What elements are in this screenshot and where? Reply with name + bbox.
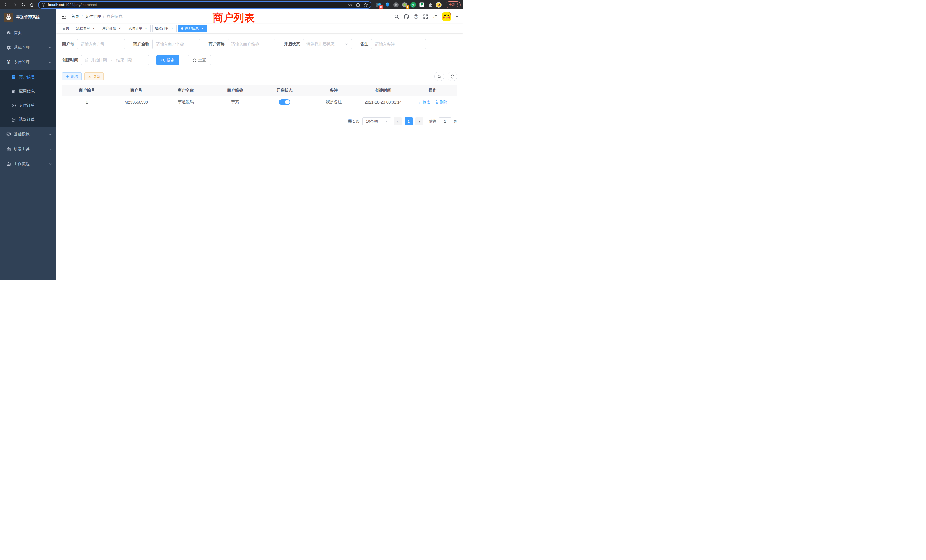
close-icon[interactable]: ×: [144, 27, 148, 30]
full-name-input[interactable]: [156, 42, 197, 47]
app-logo[interactable]: 芋道管理系统: [0, 9, 56, 26]
sidebar-item-label: 研发工具: [14, 147, 30, 152]
chevron-down-icon: [345, 42, 348, 46]
prev-page-button[interactable]: ‹: [394, 118, 402, 126]
delete-link[interactable]: 删除: [435, 100, 447, 104]
bookmark-star-icon[interactable]: [363, 3, 368, 7]
toggle-search-button[interactable]: [434, 71, 444, 81]
share-icon[interactable]: [356, 3, 360, 7]
sidebar-item-label: 首页: [14, 30, 22, 35]
column-header: 备注: [309, 85, 359, 95]
remark-input[interactable]: [375, 42, 422, 47]
start-date-input[interactable]: 开始日期: [91, 58, 107, 63]
extension-command-icon[interactable]: [393, 2, 399, 8]
help-icon[interactable]: ?: [413, 14, 419, 19]
edit-link[interactable]: 修改: [418, 100, 430, 104]
browser-home-icon[interactable]: [28, 1, 35, 9]
filter-label: 开启状态: [284, 42, 300, 47]
info-icon[interactable]: [42, 3, 45, 7]
sidebar-item-infrastructure[interactable]: 基础设施: [0, 127, 56, 142]
breadcrumb-home[interactable]: 首页: [71, 14, 79, 19]
browser-back-icon[interactable]: [2, 1, 10, 9]
breadcrumb-payment[interactable]: 支付管理: [85, 14, 101, 19]
page-size-select[interactable]: 10条/页: [362, 118, 391, 126]
extension-diamond-icon[interactable]: 10: [376, 2, 382, 8]
app-header: 首页 / 支付管理 / 商户信息 ?: [56, 9, 463, 24]
column-header: 商户全称: [161, 85, 210, 95]
page-content: 商户号 商户全称 商户简称 开启状态 请选择开启状态: [56, 33, 463, 280]
date-range-picker[interactable]: 开始日期 - 结束日期: [81, 55, 149, 65]
tag-pay-orders[interactable]: 支付订单×: [126, 25, 151, 32]
extension-balloon-icon[interactable]: [384, 2, 390, 8]
page-number-button[interactable]: 1: [404, 118, 413, 126]
browser-reload-icon[interactable]: [20, 1, 27, 9]
refresh-table-button[interactable]: [448, 71, 457, 81]
goto-page-input[interactable]: [439, 118, 451, 126]
fullscreen-icon[interactable]: [423, 14, 428, 19]
monitor-chart-icon: [6, 132, 11, 136]
key-icon[interactable]: [348, 3, 353, 7]
address-bar[interactable]: localhost:1024/pay/merchant: [38, 1, 371, 9]
payment-submenu: 商户信息 应用信息 ¥ 支付订单: [0, 70, 56, 127]
sidebar-item-refund-orders[interactable]: 退款订单: [0, 113, 56, 127]
active-tag-dot: [181, 27, 183, 30]
tag-refund-orders[interactable]: 退款订单×: [152, 25, 177, 32]
status-select[interactable]: 请选择开启状态: [303, 39, 352, 49]
trash-icon: [435, 100, 439, 104]
cell-remark: 我是备注: [309, 95, 359, 109]
header-search-icon[interactable]: [394, 14, 399, 19]
end-date-input[interactable]: 结束日期: [117, 58, 132, 63]
add-button[interactable]: 新增: [62, 73, 82, 80]
tag-process-form[interactable]: 流程表单×: [74, 25, 98, 32]
merchant-no-input[interactable]: [81, 42, 121, 47]
extension-hangouts-icon[interactable]: [419, 2, 425, 8]
sidebar-item-home[interactable]: 首页: [0, 26, 56, 40]
browser-menu-icon[interactable]: [457, 3, 458, 6]
extensions-puzzle-icon[interactable]: [427, 2, 433, 8]
browser-forward-icon[interactable]: [11, 1, 18, 9]
extensions-area: 10 1 y: [374, 2, 443, 8]
avatar-caret-icon[interactable]: [455, 15, 458, 18]
user-avatar[interactable]: [442, 12, 451, 21]
extension-recorder-icon[interactable]: 1: [402, 2, 407, 8]
tag-home[interactable]: 首页: [60, 25, 72, 32]
sidebar-item-payment[interactable]: ¥ 支付管理: [0, 55, 56, 70]
sidebar-item-dev-tools[interactable]: 研发工具: [0, 142, 56, 157]
tag-user-group[interactable]: 用户分组×: [100, 25, 124, 32]
store-icon: [11, 75, 16, 79]
filter-merchant-no: 商户号: [62, 39, 125, 49]
reset-button[interactable]: 重置: [188, 55, 211, 65]
goto-label: 前往: [429, 119, 436, 124]
sidebar-item-app-info[interactable]: 应用信息: [0, 84, 56, 98]
pagination-total: 共 1 条: [348, 119, 360, 124]
table-row: 1 M233666999 芋道源码 芋艿 我是备注 2021-10-23 08:…: [62, 95, 457, 109]
close-icon[interactable]: ×: [200, 27, 204, 30]
sidebar-item-pay-orders[interactable]: ¥ 支付订单: [0, 98, 56, 113]
sidebar-item-label: 退款订单: [19, 117, 35, 122]
close-icon[interactable]: ×: [92, 27, 95, 30]
short-name-input[interactable]: [231, 42, 272, 47]
edit-icon: [418, 100, 422, 104]
url-text[interactable]: localhost:1024/pay/merchant: [48, 3, 97, 7]
page-unit-label: 页: [454, 119, 457, 124]
sidebar-item-system[interactable]: 系统管理: [0, 40, 56, 55]
browser-profile-avatar[interactable]: [436, 2, 442, 8]
close-icon[interactable]: ×: [118, 27, 122, 30]
sidebar-item-merchant-info[interactable]: 商户信息: [0, 70, 56, 84]
sidebar-item-label: 商户信息: [19, 74, 35, 80]
search-button[interactable]: 搜索: [156, 55, 179, 65]
tag-merchant-info[interactable]: 商户信息×: [179, 25, 207, 32]
extension-green-y-icon[interactable]: y: [410, 2, 416, 8]
merchant-table: 商户编号 商户号 商户全称 商户简称 开启状态 备注 创建时间 操作 1: [62, 85, 457, 109]
export-button[interactable]: 导出: [85, 73, 104, 80]
browser-update-button[interactable]: 更新: [446, 2, 461, 8]
refresh-icon: [193, 59, 197, 62]
sidebar-item-workflow[interactable]: 工作流程: [0, 157, 56, 171]
table-header-row: 商户编号 商户号 商户全称 商户简称 开启状态 备注 创建时间 操作: [62, 85, 457, 95]
sidebar-collapse-icon[interactable]: [61, 14, 67, 20]
github-icon[interactable]: [404, 14, 409, 19]
next-page-button[interactable]: ›: [415, 118, 424, 126]
font-size-icon[interactable]: TT: [433, 14, 438, 19]
status-toggle[interactable]: [279, 99, 290, 105]
close-icon[interactable]: ×: [170, 27, 174, 30]
